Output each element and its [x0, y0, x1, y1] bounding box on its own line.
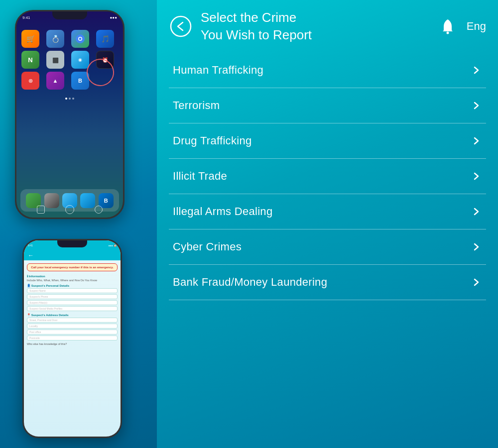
crime-label-illicit-trade: Illicit Trade [173, 170, 227, 183]
app-icon-extra3[interactable]: B [71, 72, 89, 90]
language-selector[interactable]: Eng [467, 20, 486, 33]
left-panel: 9:41 ●●● 🛒 💍 🎵 N ▦ ◉ ⏰ ⊗ ▲ [0, 0, 157, 448]
emergency-banner: Call your local emergency number if this… [27, 263, 118, 271]
chevron-right-icon-drug-trafficking [470, 135, 482, 147]
app-icon-clock[interactable]: ⏰ [96, 51, 114, 69]
phone-mockup-top: 9:41 ●●● 🛒 💍 🎵 N ▦ ◉ ⏰ ⊗ ▲ [15, 10, 124, 209]
crime-label-illegal-arms: Illegal Arms Dealing [173, 205, 272, 218]
right-panel: Select the Crime You Wish to Report Eng … [157, 0, 498, 448]
back-button[interactable] [169, 14, 193, 38]
svg-point-2 [79, 38, 82, 40]
chevron-right-icon-human-trafficking [470, 64, 482, 76]
app-icon-shazam[interactable]: 🎵 [96, 30, 114, 48]
app-grid: 🛒 💍 🎵 N ▦ ◉ ⏰ ⊗ ▲ B [16, 26, 123, 94]
app-icon-nourish[interactable]: N [21, 51, 39, 69]
app-icon-ring[interactable]: 💍 [46, 30, 64, 48]
nav-recent[interactable] [95, 206, 103, 214]
crime-label-cyber-crimes: Cyber Crimes [173, 240, 242, 253]
info-section: ℹ Information Include Who, What, When, W… [27, 274, 118, 282]
suspect-personal-label: 👤 Suspect's Personal Details [27, 284, 118, 287]
app-icon-maps[interactable]: ◉ [71, 51, 89, 69]
header: Select the Crime You Wish to Report Eng [157, 0, 498, 53]
crime-list: Human Trafficking Terrorism Drug Traffic… [157, 53, 498, 448]
notification-bell-button[interactable] [438, 16, 458, 36]
field-post-office[interactable]: Post office [27, 330, 118, 335]
crime-label-human-trafficking: Human Trafficking [173, 64, 263, 77]
app-icon-extra4 [96, 72, 114, 90]
field-suspect-social[interactable]: Suspect Social Media Profiles [27, 306, 118, 311]
phone-notch-top [52, 11, 87, 19]
nav-home[interactable] [65, 205, 74, 214]
chevron-right-icon-bank-fraud [470, 276, 482, 288]
app-icon-extra1[interactable]: ⊗ [21, 72, 39, 90]
info-section-text: Include Who, What, When, Where and How D… [27, 279, 118, 282]
header-right: Eng [438, 16, 486, 36]
bottom-back-arrow[interactable]: ← [28, 252, 34, 259]
crime-item-cyber-crimes[interactable]: Cyber Crimes [169, 229, 486, 265]
chevron-right-icon-terrorism [470, 100, 482, 112]
svg-point-4 [446, 32, 449, 34]
crime-label-terrorism: Terrorism [173, 99, 220, 112]
phone-notch-bottom [57, 240, 87, 247]
crime-label-bank-fraud: Bank Fraud/Money Laundering [173, 276, 327, 289]
field-suspect-phone[interactable]: Suspect's Phone [27, 294, 118, 299]
chevron-right-icon-illegal-arms [470, 206, 482, 218]
crime-label-drug-trafficking: Drug Trafficking [173, 134, 251, 147]
nav-back[interactable] [37, 206, 45, 214]
app-icon-amazon[interactable]: 🛒 [21, 30, 39, 48]
field-locality[interactable]: Locality [27, 324, 118, 329]
crime-item-illegal-arms[interactable]: Illegal Arms Dealing [169, 194, 486, 229]
chevron-right-icon-illicit-trade [470, 170, 482, 182]
field-postcode[interactable]: Postcode [27, 336, 118, 340]
field-suspect-name[interactable]: Suspect Name [27, 288, 118, 293]
phone-mockup-bottom: 9:41 ●●● 🏠 ← Call your local emergency n… [22, 239, 122, 438]
crime-item-bank-fraud[interactable]: Bank Fraud/Money Laundering [169, 265, 486, 300]
header-title: Select the Crime You Wish to Report [201, 9, 438, 44]
suspect-address-label: 📍 Suspect's Address Details [27, 313, 118, 317]
crime-item-drug-trafficking[interactable]: Drug Trafficking [169, 123, 486, 159]
app-icon-scanner[interactable]: ▦ [46, 51, 64, 69]
crime-item-terrorism[interactable]: Terrorism [169, 88, 486, 123]
app-icon-chrome[interactable] [71, 30, 89, 48]
info-section-label: ℹ Information [27, 274, 118, 278]
footer-text: Who else has knowledge of this? [27, 342, 118, 345]
app-icon-extra2[interactable]: ▲ [46, 72, 64, 90]
crime-item-illicit-trade[interactable]: Illicit Trade [169, 159, 486, 194]
field-street[interactable]: Street, Premise and Door [27, 318, 118, 323]
page-dots [16, 98, 123, 100]
crime-item-human-trafficking[interactable]: Human Trafficking [169, 53, 486, 88]
chevron-right-icon-cyber-crimes [470, 241, 482, 253]
svg-point-3 [171, 16, 191, 36]
field-suspect-alias[interactable]: Suspect Alias(s) [27, 300, 118, 305]
nav-bar-top [16, 203, 123, 217]
bottom-nav[interactable]: ← [24, 250, 121, 260]
